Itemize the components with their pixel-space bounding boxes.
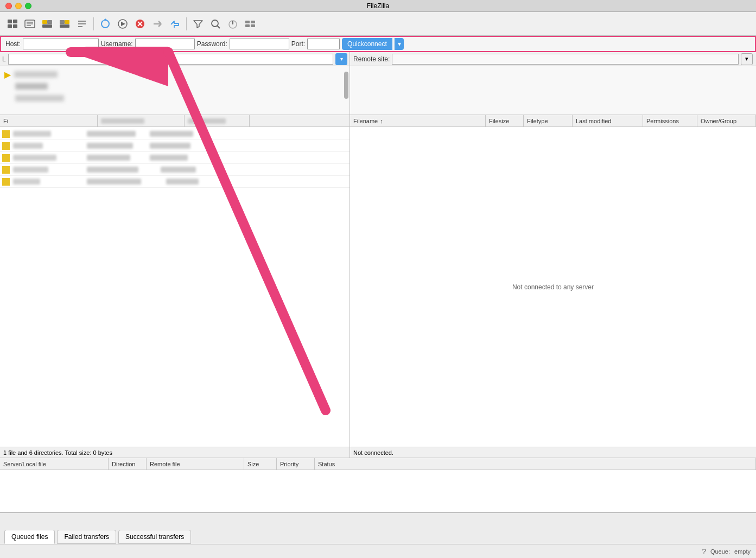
window-controls [5, 3, 31, 9]
local-site-bar: L ▾ [0, 52, 350, 66]
not-connected-message: Not connected to any server [512, 283, 594, 291]
close-button[interactable] [5, 3, 12, 9]
cancel-button[interactable] [132, 16, 148, 32]
remote-file-list: Not connected to any server [350, 127, 756, 447]
local-tree-button[interactable] [39, 16, 55, 32]
local-col-2[interactable] [98, 115, 185, 126]
remote-col-filename[interactable]: Filename ↑ [350, 115, 486, 126]
remote-path-dropdown-button[interactable]: ▾ [741, 53, 753, 65]
remote-col-modified[interactable]: Last modified [573, 115, 643, 126]
status-bottom-bar: ? Queue: empty [0, 544, 756, 558]
tab-successful-transfers[interactable]: Successful transfers [118, 530, 191, 544]
username-input[interactable] [135, 39, 195, 49]
quickconnect-button[interactable]: Quickconnect [342, 38, 392, 50]
local-tree-scrollbar[interactable] [344, 72, 348, 99]
svg-rect-32 [251, 24, 255, 27]
queue-value: empty [734, 548, 751, 555]
maximize-button[interactable] [25, 3, 31, 9]
host-input[interactable] [23, 39, 99, 49]
local-col-filename[interactable]: Fi [0, 115, 98, 126]
svg-rect-1 [13, 20, 17, 23]
refresh-button[interactable] [97, 16, 113, 32]
password-label: Password: [197, 40, 227, 48]
tab-failed-transfers[interactable]: Failed transfers [57, 530, 116, 544]
remote-tree[interactable] [350, 66, 756, 115]
password-input[interactable] [230, 39, 289, 49]
site-manager-button[interactable] [4, 16, 21, 32]
svg-rect-8 [42, 20, 47, 24]
remote-path-input[interactable] [392, 54, 739, 65]
bottom-tabs: Queued files Failed transfers Successful… [0, 512, 756, 544]
local-col-3[interactable] [185, 115, 250, 126]
minimize-button[interactable] [15, 3, 22, 9]
search-button[interactable] [207, 16, 224, 32]
local-file-list[interactable] [0, 127, 350, 447]
svg-rect-31 [245, 24, 250, 27]
remote-site-label: Remote site: [353, 55, 390, 63]
transfer-queue-list[interactable] [0, 470, 756, 512]
disconnect-button[interactable] [149, 16, 166, 32]
tab-queued-files[interactable]: Queued files [4, 530, 55, 544]
trans-col-priority[interactable]: Priority [277, 458, 315, 470]
local-status-bar: 1 file and 6 directories. Total size: 0 … [0, 447, 350, 458]
remote-col-filesize[interactable]: Filesize [486, 115, 524, 126]
connection-bar: Host: Username: Password: Port: Quickcon… [0, 36, 756, 52]
remote-status-text: Not connected. [353, 449, 393, 456]
local-path-dropdown-button[interactable]: ▾ [335, 53, 347, 65]
transfer-queue-header: Server/Local file Direction Remote file … [0, 458, 756, 470]
local-path-input[interactable] [8, 54, 333, 65]
trans-col-server[interactable]: Server/Local file [0, 458, 109, 470]
window-title: FileZilla [367, 2, 389, 10]
remote-site-bar: Remote site: ▾ [350, 52, 756, 66]
svg-rect-30 [251, 21, 255, 23]
svg-line-26 [217, 26, 220, 28]
local-status-text: 1 file and 6 directories. Total size: 0 … [3, 449, 112, 456]
remote-col-filetype[interactable]: Filetype [524, 115, 573, 126]
remote-status-bar: Not connected. [350, 447, 756, 458]
remote-file-header: Filename ↑ Filesize Filetype Last modifi… [350, 115, 756, 127]
trans-col-status[interactable]: Status [315, 458, 756, 470]
toolbar-separator-1 [93, 17, 94, 30]
port-input[interactable] [307, 39, 340, 49]
svg-rect-10 [42, 24, 52, 28]
remote-col-permissions[interactable]: Permissions [643, 115, 697, 126]
toolbar [0, 12, 756, 36]
remote-col-owner[interactable]: Owner/Group [697, 115, 756, 126]
toolbar-separator-2 [186, 17, 187, 30]
svg-marker-17 [103, 18, 107, 21]
svg-rect-13 [60, 24, 69, 28]
trans-col-remote[interactable]: Remote file [147, 458, 244, 470]
svg-rect-29 [245, 21, 250, 23]
process-queue-button[interactable] [115, 16, 131, 32]
remote-tree-button[interactable] [56, 16, 73, 32]
queue-label: Queue: [710, 548, 730, 555]
local-file-header: Fi [0, 115, 350, 127]
host-label: Host: [5, 40, 21, 48]
svg-rect-0 [8, 20, 12, 23]
title-bar: FileZilla [0, 0, 756, 12]
username-label: Username: [101, 40, 133, 48]
svg-rect-12 [65, 20, 69, 24]
reconnect-button[interactable] [167, 16, 183, 32]
local-site-label: L [2, 55, 6, 63]
svg-rect-3 [13, 24, 17, 28]
find-button[interactable] [242, 16, 258, 32]
quickconnect-dropdown-button[interactable]: ▾ [395, 38, 404, 50]
trans-col-direction[interactable]: Direction [109, 458, 147, 470]
svg-rect-11 [60, 20, 65, 24]
transfer-queue-button[interactable] [74, 16, 90, 32]
filter-button[interactable] [190, 16, 206, 32]
speed-limit-button[interactable] [225, 16, 241, 32]
trans-col-size[interactable]: Size [244, 458, 277, 470]
svg-rect-2 [8, 24, 12, 28]
port-label: Port: [291, 40, 305, 48]
status-row: 1 file and 6 directories. Total size: 0 … [0, 447, 756, 458]
message-log-button[interactable] [22, 16, 38, 32]
svg-rect-9 [47, 20, 52, 24]
local-tree[interactable]: ▶ [0, 66, 350, 115]
help-icon[interactable]: ? [702, 547, 706, 556]
